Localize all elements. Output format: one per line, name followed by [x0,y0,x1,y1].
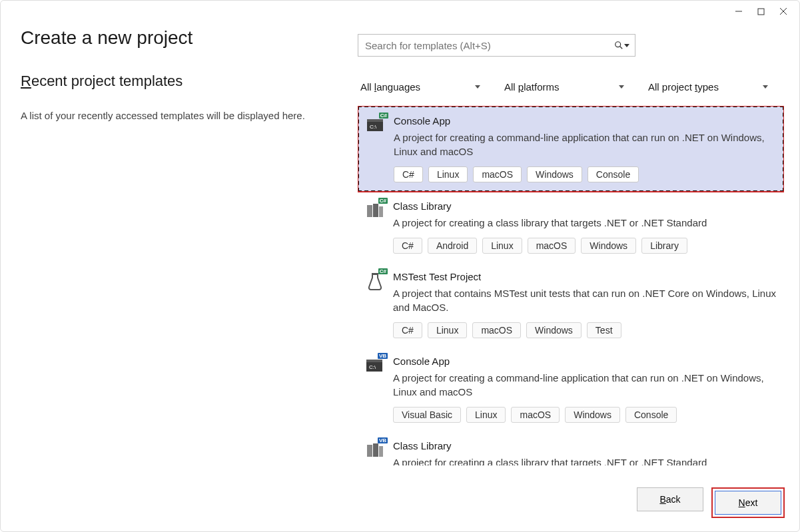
search-icon[interactable] [614,41,629,50]
template-tags: C#LinuxmacOSWindowsTest [393,322,777,338]
template-tag: Linux [428,166,468,182]
template-name: Console App [394,115,776,127]
template-tag: Linux [466,407,506,423]
template-icon: VB [365,440,385,460]
close-button[interactable] [779,7,787,17]
template-tag: Linux [482,238,522,254]
template-tag: Test [587,322,621,338]
template-tag: C# [393,322,422,338]
language-badge: VB [378,353,388,359]
template-tag: Windows [527,166,582,182]
template-item[interactable]: VBClass LibraryA project for creating a … [358,431,784,465]
svg-rect-10 [373,204,378,217]
chevron-down-icon [619,85,624,89]
svg-line-5 [620,47,623,49]
template-item[interactable]: C:\C#Console AppA project for creating a… [358,106,784,192]
filter-language-dropdown[interactable]: All languages [358,77,484,97]
template-tags: Visual BasicLinuxmacOSWindowsConsole [393,407,777,423]
page-title: Create a new project [21,27,193,49]
template-name: Class Library [393,200,777,212]
svg-point-4 [615,42,621,47]
svg-rect-16 [367,445,372,457]
svg-rect-1 [758,9,764,15]
svg-text:C:\: C:\ [369,364,376,370]
template-tag: Console [588,166,639,182]
chevron-down-icon [763,85,768,89]
svg-rect-14 [366,360,382,362]
template-tag: Console [625,407,677,423]
template-tag: macOS [528,238,576,254]
svg-rect-12 [372,274,378,275]
template-description: A project for creating a class library t… [393,216,777,230]
filter-projecttype-dropdown[interactable]: All project types [645,77,772,97]
template-search-input[interactable] [358,34,635,57]
template-tags: C#AndroidLinuxmacOSWindowsLibrary [393,238,777,254]
template-icon: C:\C# [366,115,386,135]
template-tags: C#LinuxmacOSWindowsConsole [394,166,776,182]
language-badge: C# [379,113,388,119]
template-name: Class Library [393,440,777,451]
svg-rect-9 [367,205,372,217]
template-tag: Linux [428,322,467,338]
template-item[interactable]: C:\VBConsole AppA project for creating a… [358,347,784,431]
template-tag: macOS [473,166,522,182]
template-icon: C# [365,200,385,220]
template-name: Console App [393,356,777,367]
svg-rect-11 [379,206,383,217]
template-description: A project for creating a command-line ap… [393,371,777,399]
chevron-down-icon [475,85,480,89]
maximize-button[interactable] [757,7,765,17]
minimize-button[interactable] [735,7,743,17]
search-input-field[interactable] [365,40,614,51]
template-tag: C# [393,238,422,254]
svg-rect-18 [379,446,383,457]
template-tag: Library [641,238,687,254]
next-button[interactable]: Next [715,491,781,515]
window-controls [723,1,799,24]
template-tag: Android [428,238,477,254]
template-item[interactable]: C#Class LibraryA project for creating a … [358,192,784,262]
recent-templates-empty-text: A list of your recently accessed templat… [21,109,334,123]
template-tag: Visual Basic [393,407,461,423]
svg-rect-7 [367,119,383,122]
recent-templates-header: Recent project templates [21,73,334,90]
template-tag: C# [394,166,423,182]
template-name: MSTest Test Project [393,271,777,282]
template-description: A project that contains MSTest unit test… [393,286,777,314]
filter-platform-dropdown[interactable]: All platforms [502,77,628,97]
template-list: C:\C#Console AppA project for creating a… [358,106,784,465]
template-tag: Windows [581,238,636,254]
language-badge: VB [378,437,388,443]
template-icon: C:\VB [365,356,385,376]
template-item[interactable]: C#MSTest Test ProjectA project that cont… [358,262,784,347]
svg-rect-17 [373,443,378,457]
template-tag: macOS [511,407,560,423]
template-description: A project for creating a class library t… [393,455,777,465]
back-button[interactable]: Back [637,487,703,511]
template-icon: C# [365,271,385,291]
next-button-highlight: Next [711,487,785,518]
template-tag: Windows [565,407,620,423]
template-tag: Windows [526,322,582,338]
language-badge: C# [378,268,388,274]
template-description: A project for creating a command-line ap… [394,131,776,158]
template-tag: macOS [472,322,521,338]
svg-text:C:\: C:\ [370,124,377,130]
language-badge: C# [378,198,388,204]
